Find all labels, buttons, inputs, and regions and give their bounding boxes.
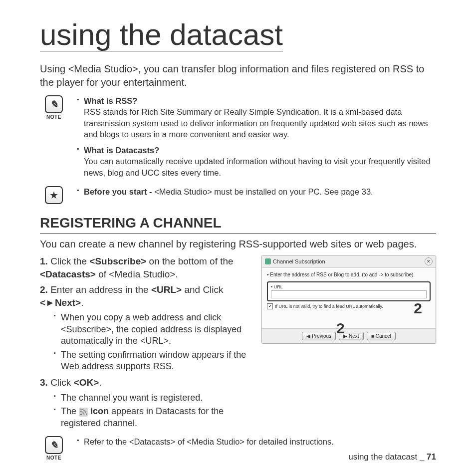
url-label: • URL — [271, 284, 427, 289]
auto-checkbox[interactable]: ✔ — [267, 303, 273, 309]
note-icon: ✎ — [45, 95, 63, 113]
star-icon: ★ — [45, 186, 63, 204]
t: The — [61, 406, 79, 416]
note-item: What is Datacasts? You can automatically… — [77, 145, 436, 178]
note-a: RSS stands for Rich Site Summary or Real… — [84, 107, 428, 139]
t: <Subscribe> — [89, 256, 146, 266]
auto-label: If URL is not valid, try to find a feed … — [275, 304, 383, 309]
section-lead: You can create a new channel by register… — [40, 238, 436, 250]
t: on the bottom of the — [146, 256, 233, 266]
sub-item: The icon appears in Datacasts for the re… — [54, 406, 251, 429]
note-label: NOTE — [46, 114, 61, 120]
note-a: You can automatically receive updated in… — [84, 157, 431, 177]
note-icon: ✎ — [45, 436, 63, 454]
close-icon[interactable]: ✕ — [425, 257, 433, 265]
channel-subscription-dialog: Channel Subscription ✕ • Enter the addre… — [261, 255, 436, 344]
dialog-icon — [265, 258, 271, 264]
url-input[interactable] — [271, 290, 427, 298]
t: <URL> — [151, 284, 182, 295]
t: <►Next> — [40, 297, 81, 308]
step-1: 1. Click the <Subscribe> on the bottom o… — [40, 255, 251, 280]
annotation-2: 2 — [414, 300, 422, 317]
note-item: What is RSS? RSS stands for Rich Site Su… — [77, 95, 436, 140]
t: <OK> — [74, 377, 99, 388]
t: <Datacasts> — [40, 269, 96, 279]
step-num: 1. — [40, 256, 48, 266]
page-footer: using the datacast _ 71 — [348, 452, 436, 462]
t: of <Media Studio>. — [96, 269, 178, 279]
sub-item: When you copy a web address and click <S… — [54, 312, 251, 347]
sub-item: The setting confirmation window appears … — [54, 349, 251, 373]
triangle-left-icon: ◀ — [306, 333, 310, 339]
page-number: 71 — [427, 452, 436, 462]
annotation-2: 2 — [336, 320, 345, 337]
stop-icon: ■ — [371, 333, 374, 339]
note-q: What is RSS? — [84, 96, 137, 105]
step-num: 2. — [40, 284, 48, 295]
note-label: NOTE — [46, 455, 61, 461]
t: Click the — [50, 256, 89, 266]
t: Enter an address in the — [50, 284, 151, 295]
t: and Click — [182, 284, 223, 295]
btn-label: Next — [349, 333, 359, 339]
sub-item: The channel you want is registered. — [54, 392, 251, 404]
t: Click — [50, 377, 73, 388]
dialog-title: Channel Subscription — [273, 258, 325, 264]
step-2: 2. Enter an address in the <URL> and Cli… — [40, 283, 251, 309]
previous-button[interactable]: ◀Previous — [302, 332, 336, 340]
cancel-button[interactable]: ■Cancel — [367, 332, 396, 340]
footer-text: using the datacast _ — [348, 452, 427, 462]
dialog-instructions: • Enter the address of RSS or Blog to ad… — [267, 272, 431, 277]
step-num: 3. — [40, 377, 48, 388]
rss-icon — [79, 408, 88, 417]
svg-point-0 — [80, 413, 82, 415]
note-item: Refer to the <Datacasts> of <Media Studi… — [77, 436, 436, 447]
page-title: using the datacast — [40, 20, 283, 51]
url-group: • URL — [267, 281, 431, 301]
btn-label: Cancel — [376, 333, 391, 339]
step-3: 3. Click <OK>. — [40, 376, 251, 389]
t: . — [81, 297, 83, 308]
star-text: <Media Studio> must be installed on your… — [154, 187, 373, 196]
section-heading: REGISTERING A CHANNEL — [40, 215, 436, 234]
intro-text: Using <Media Studio>, you can transfer b… — [40, 62, 436, 89]
btn-label: Previous — [312, 333, 331, 339]
note-q: What is Datacasts? — [84, 146, 159, 155]
t: . — [99, 377, 101, 388]
star-prefix: Before you start - — [84, 187, 154, 196]
star-item: Before you start - <Media Studio> must b… — [77, 186, 436, 197]
t: icon — [88, 406, 109, 416]
